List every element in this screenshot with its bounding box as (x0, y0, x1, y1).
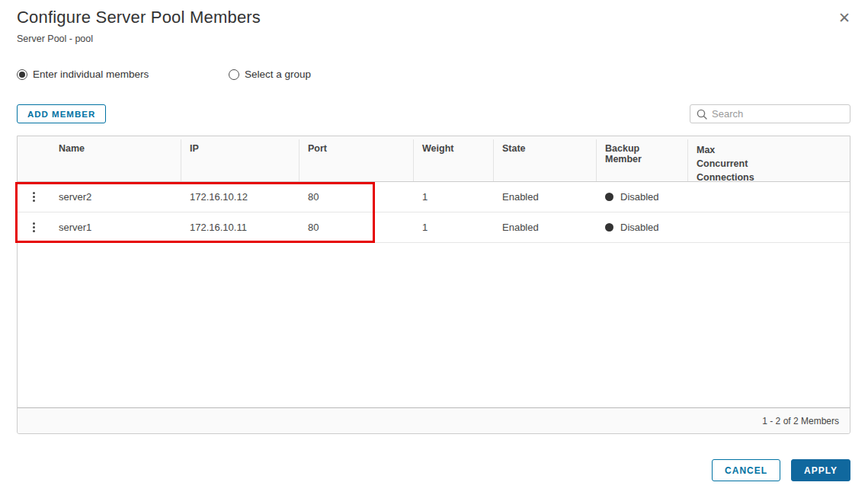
add-member-button[interactable]: ADD MEMBER (17, 104, 106, 123)
cell-ip: 172.16.10.11 (181, 222, 299, 233)
backup-member-label: Disabled (620, 191, 659, 203)
header-cell-menu (18, 136, 50, 184)
header-cell-ip[interactable]: IP (181, 136, 299, 184)
table-row[interactable]: server2 172.16.10.12 80 1 Enabled Disabl… (18, 182, 850, 212)
radio-selected-icon (17, 69, 27, 80)
status-dot-icon (605, 193, 613, 201)
search-icon (697, 109, 707, 120)
radio-label: Select a group (245, 69, 311, 80)
header-cell-backup-member[interactable]: Backup Member (596, 136, 687, 184)
cell-state: Enabled (493, 222, 596, 233)
configure-server-pool-members-dialog: Configure Server Pool Members Server Poo… (0, 0, 868, 495)
dialog-actions: CANCEL APPLY (712, 459, 850, 481)
table-footer: 1 - 2 of 2 Members (18, 407, 850, 433)
close-icon[interactable]: ✕ (834, 8, 855, 29)
member-count: 1 - 2 of 2 Members (762, 416, 839, 426)
radio-unselected-icon (229, 69, 239, 80)
table-row[interactable]: server1 172.16.10.11 80 1 Enabled Disabl… (18, 212, 850, 243)
cell-port: 80 (299, 191, 413, 203)
header-cell-name[interactable]: Name (50, 136, 181, 184)
cell-backup-member: Disabled (596, 191, 687, 203)
backup-member-label: Disabled (620, 222, 659, 233)
header-cell-max-concurrent-connections[interactable]: Max Concurrent Connections (687, 136, 850, 184)
cell-ip: 172.16.10.12 (181, 191, 299, 203)
radio-enter-individual-members[interactable]: Enter individual members (17, 69, 149, 80)
cell-backup-member: Disabled (596, 222, 687, 233)
cell-weight: 1 (413, 222, 493, 233)
header-cell-port[interactable]: Port (299, 136, 413, 184)
cell-name: server2 (50, 191, 181, 203)
search-box[interactable] (690, 104, 850, 123)
table-header-row: Name IP Port Weight State Backup Member … (18, 136, 850, 182)
cancel-button[interactable]: CANCEL (712, 459, 780, 481)
header-cell-weight[interactable]: Weight (413, 136, 493, 184)
table-empty-area (18, 243, 850, 407)
dialog-subtitle: Server Pool - pool (17, 34, 93, 44)
row-menu-icon[interactable] (18, 182, 50, 212)
header-cell-state[interactable]: State (493, 136, 596, 184)
cell-state: Enabled (493, 191, 596, 203)
cell-name: server1 (50, 222, 181, 233)
page-title: Configure Server Pool Members (17, 8, 261, 27)
search-input[interactable] (712, 108, 844, 120)
cell-port: 80 (299, 222, 413, 233)
apply-button[interactable]: APPLY (791, 459, 850, 481)
status-dot-icon (605, 223, 613, 232)
radio-label: Enter individual members (33, 69, 149, 80)
cell-weight: 1 (413, 191, 493, 203)
members-table: Name IP Port Weight State Backup Member … (17, 136, 850, 434)
radio-select-a-group[interactable]: Select a group (229, 69, 311, 80)
row-menu-icon[interactable] (18, 212, 50, 242)
